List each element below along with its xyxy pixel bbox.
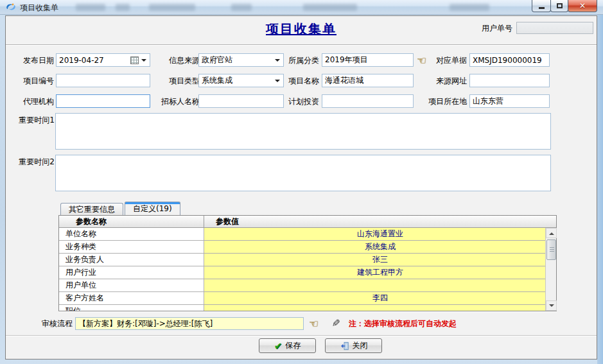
app-logo-icon <box>6 2 16 12</box>
source-url-input[interactable] <box>469 74 550 87</box>
param-name-cell: 单位名称 <box>59 228 204 240</box>
planned-investment-label: 计划投资 <box>278 94 319 108</box>
table-row[interactable]: 用户单位 <box>59 279 556 292</box>
user-no-label: 用户单号 <box>479 22 512 35</box>
doc-no-input[interactable] <box>469 53 550 67</box>
table-row[interactable]: 业务负责人 张三 <box>59 254 556 266</box>
select-hand-icon[interactable]: ☜ <box>309 316 322 331</box>
redacted-text <box>149 4 195 11</box>
table-row[interactable]: 单位名称 山东海通置业 <box>59 228 556 241</box>
project-name-input[interactable] <box>322 74 414 87</box>
redacted-text <box>450 4 489 11</box>
publish-date-value: 2019-04-27 <box>59 56 139 65</box>
review-note: 注：选择审核流程后可自动发起 <box>349 316 457 331</box>
tab-label: 其它重要信息 <box>69 205 115 214</box>
important-time1-textarea[interactable] <box>55 113 551 150</box>
table-row[interactable]: 职位 <box>59 305 556 311</box>
redacted-text <box>76 4 105 11</box>
bidder-name-input[interactable] <box>198 94 284 108</box>
check-icon: ✔ <box>274 340 283 352</box>
app-window: 项目收集单 ✕ 项目收集单 用户单号 发布日期 2019-04-27 信息来源 … <box>0 0 603 364</box>
important-time2-label: 重要时间2 <box>15 155 55 169</box>
important-time2-textarea[interactable] <box>55 155 551 191</box>
param-name-cell: 业务种类 <box>59 241 204 253</box>
scroll-down-button[interactable] <box>546 300 557 311</box>
close-button-label: 关闭 <box>353 340 368 351</box>
doc-no-label: 对应单据 <box>421 53 467 67</box>
calendar-icon[interactable] <box>130 56 139 64</box>
source-url-label: 来源网址 <box>421 74 467 88</box>
header-separator <box>6 44 597 46</box>
param-table-body: 单位名称 山东海通置业 业务种类 系统集成 业务负责人 张三 用户行业 建筑工程… <box>59 228 556 311</box>
table-row[interactable]: 客户方姓名 李四 <box>59 292 556 305</box>
param-name-cell: 用户行业 <box>59 266 204 279</box>
info-source-select[interactable]: 政府官站 <box>198 53 284 67</box>
review-flow-label: 审核流程 <box>38 316 73 331</box>
table-row[interactable]: 用户行业 建筑工程甲方 <box>59 266 556 279</box>
arrow-up-icon <box>549 230 554 235</box>
door-exit-icon <box>340 342 349 351</box>
maximize-button[interactable] <box>550 0 568 12</box>
agency-label: 代理机构 <box>12 94 54 108</box>
project-no-label: 项目编号 <box>12 74 54 88</box>
save-button-label: 保存 <box>285 340 301 351</box>
tab-other-info[interactable]: 其它重要信息 <box>60 203 123 215</box>
scroll-thumb[interactable] <box>546 239 556 260</box>
redacted-text <box>231 4 252 11</box>
titlebar[interactable]: 项目收集单 ✕ <box>0 0 603 15</box>
param-name-cell: 职位 <box>59 305 204 311</box>
param-value-cell[interactable] <box>204 305 556 311</box>
project-type-label: 项目类型 <box>151 74 200 88</box>
dropdown-arrow-icon[interactable] <box>141 59 146 64</box>
param-name-cell: 业务负责人 <box>59 254 204 266</box>
redacted-text <box>116 4 130 11</box>
param-value-cell[interactable]: 张三 <box>204 254 556 266</box>
publish-date-label: 发布日期 <box>12 53 54 67</box>
redacted-text <box>303 4 357 11</box>
param-value-cell[interactable]: 李四 <box>204 292 556 304</box>
window-controls: ✕ <box>532 0 597 12</box>
project-type-select[interactable]: 系统集成 <box>198 74 284 87</box>
review-flow-input[interactable] <box>75 317 304 330</box>
param-value-cell[interactable]: 建筑工程甲方 <box>204 266 556 279</box>
project-location-label: 项目所在地 <box>421 94 467 108</box>
agency-input[interactable] <box>56 94 150 108</box>
info-source-label: 信息来源 <box>151 53 200 67</box>
table-row[interactable]: 业务种类 系统集成 <box>59 241 556 254</box>
category-label: 所属分类 <box>278 53 319 67</box>
sign-pen-icon[interactable]: ✎ <box>328 316 340 331</box>
project-type-value: 系统集成 <box>202 75 273 86</box>
param-value-cell[interactable]: 系统集成 <box>204 241 556 253</box>
param-value-cell[interactable]: 山东海通置业 <box>204 228 556 240</box>
col-header-name: 参数名称 <box>59 216 204 227</box>
project-location-input[interactable] <box>469 94 550 108</box>
publish-date-picker[interactable]: 2019-04-27 <box>56 53 150 67</box>
user-no-input[interactable] <box>516 22 593 34</box>
button-separator <box>6 335 597 336</box>
info-source-value: 政府官站 <box>202 55 273 65</box>
form-panel: 项目收集单 用户单号 发布日期 2019-04-27 信息来源 政府官站 所属分… <box>5 15 597 360</box>
important-time1-label: 重要时间1 <box>15 113 55 127</box>
close-icon: ✕ <box>579 1 586 10</box>
tab-label: 自定义(19) <box>133 204 172 213</box>
window-border-glow <box>597 14 603 364</box>
vertical-scrollbar[interactable] <box>545 228 556 311</box>
planned-investment-input[interactable] <box>322 94 414 108</box>
close-window-button[interactable]: ✕ <box>568 0 597 12</box>
param-name-cell: 客户方姓名 <box>59 292 204 304</box>
param-name-cell: 用户单位 <box>59 279 204 291</box>
save-button[interactable]: ✔ 保存 <box>259 338 316 353</box>
arrow-down-icon <box>549 304 554 309</box>
col-header-value: 参数值 <box>204 216 556 227</box>
tab-bar: 其它重要信息 自定义(19) <box>60 202 182 215</box>
tab-custom[interactable]: 自定义(19) <box>125 202 180 215</box>
minimize-icon <box>539 7 545 9</box>
bidder-name-label: 招标人名称 <box>151 94 200 108</box>
scroll-up-button[interactable] <box>546 228 557 238</box>
minimize-button[interactable] <box>532 0 551 12</box>
close-button[interactable]: 关闭 <box>325 338 382 353</box>
param-value-cell[interactable] <box>204 279 556 291</box>
project-name-label: 项目名称 <box>278 74 319 88</box>
category-input[interactable] <box>322 53 414 67</box>
project-no-input[interactable] <box>56 74 150 87</box>
